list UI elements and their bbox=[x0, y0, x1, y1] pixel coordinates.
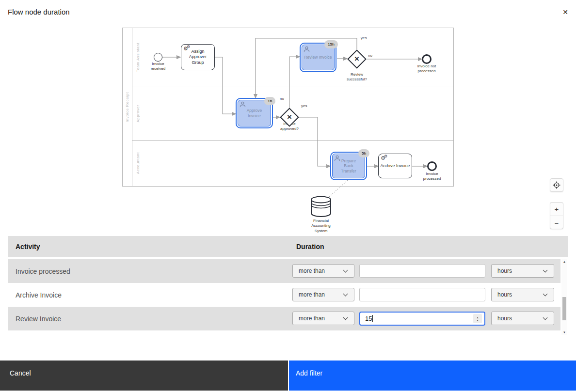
diagram-zoom-controls: + − bbox=[550, 202, 563, 229]
edge-label-yes: yes bbox=[361, 36, 367, 40]
lane-label: Team Assistant bbox=[136, 43, 140, 72]
task-label: Prepare Bank Transfer bbox=[338, 158, 359, 174]
zoom-in-button[interactable]: + bbox=[550, 203, 563, 216]
chevron-down-icon bbox=[543, 315, 548, 320]
task-label: Archive Invoice bbox=[380, 163, 410, 169]
lane-label: Accountant bbox=[136, 152, 140, 174]
table-row: Approve Invoice more than hours bbox=[8, 330, 560, 335]
duration-badge: 1h bbox=[264, 97, 275, 105]
unit-select[interactable]: hours bbox=[491, 312, 554, 325]
operator-select[interactable]: more than bbox=[292, 312, 354, 325]
lane-divider bbox=[132, 87, 453, 87]
operator-select[interactable]: more than bbox=[292, 264, 354, 278]
table-row: Invoice processed more than hours bbox=[8, 259, 560, 283]
table-scrollbar[interactable]: ▲ ▼ bbox=[561, 259, 567, 335]
lane-accountant: Accountant bbox=[132, 140, 143, 187]
edge-label-no: no bbox=[280, 96, 284, 101]
cancel-button[interactable]: Cancel bbox=[0, 361, 288, 391]
user-task-icon bbox=[334, 155, 340, 161]
zoom-out-button[interactable]: − bbox=[550, 216, 563, 230]
edge-label-no: no bbox=[368, 53, 372, 58]
scrollbar-down-icon[interactable]: ▼ bbox=[561, 330, 567, 335]
activity-cell: Review Invoice bbox=[16, 315, 61, 323]
activity-cell: Archive Invoice bbox=[16, 291, 62, 299]
activity-column-header: Activity bbox=[16, 243, 40, 251]
lane-label: Approver bbox=[136, 105, 140, 122]
chevron-down-icon bbox=[343, 292, 348, 297]
lane-approver: Approver bbox=[132, 87, 143, 140]
duration-value-input[interactable] bbox=[359, 264, 485, 278]
duration-value: 15 bbox=[365, 315, 372, 322]
unit-select[interactable]: hours bbox=[491, 288, 554, 301]
number-stepper[interactable]: ▴ ▾ bbox=[473, 314, 482, 323]
operator-select[interactable]: more than bbox=[292, 288, 354, 301]
end-event-label: Invoice processed bbox=[417, 172, 447, 182]
text-caret bbox=[372, 315, 373, 322]
scrollbar-thumb[interactable] bbox=[562, 297, 566, 320]
xor-gateway-icon: ✕ bbox=[353, 56, 360, 63]
duration-column-header: Duration bbox=[296, 243, 324, 251]
crosshair-icon bbox=[553, 181, 560, 189]
unit-select[interactable]: hours bbox=[491, 264, 554, 278]
activity-cell: Invoice processed bbox=[16, 267, 70, 275]
table-header: Activity Duration bbox=[8, 236, 568, 257]
task-label: Review Invoice bbox=[304, 55, 332, 60]
task-label: Approve Invoice bbox=[242, 108, 267, 118]
datastore-icon[interactable] bbox=[309, 195, 333, 219]
duration-badge: 5h bbox=[358, 149, 369, 157]
end-event-label: Invoice not processed bbox=[412, 64, 441, 74]
operator-value: more than bbox=[299, 291, 325, 298]
chevron-down-icon bbox=[343, 315, 348, 320]
duration-value-input-focused[interactable]: 15 ▴ ▾ bbox=[359, 312, 485, 326]
datastore-label: Financial Accounting System bbox=[306, 219, 336, 234]
chevron-down-icon bbox=[543, 268, 548, 273]
bpmn-diagram: Invoice Receipt Team Assistant Approver … bbox=[0, 0, 576, 242]
service-task-icon: ⚙ bbox=[384, 155, 387, 158]
pool-label-strip: Invoice Receipt bbox=[123, 28, 132, 186]
table-body: Invoice processed more than hours Archiv… bbox=[8, 259, 568, 335]
start-event-label: Invoice received bbox=[145, 62, 171, 72]
gateway-label: Review successful? bbox=[342, 72, 371, 82]
xor-gateway-icon: ✕ bbox=[286, 114, 293, 121]
unit-value: hours bbox=[497, 315, 512, 322]
unit-value: hours bbox=[497, 267, 512, 274]
diagram-reset-zoom-button[interactable] bbox=[550, 178, 563, 192]
service-task-icon: ⚙ bbox=[187, 45, 190, 49]
add-filter-button[interactable]: Add filter bbox=[289, 361, 576, 391]
task-archive-invoice[interactable]: ⚙ ⚙ Archive Invoice bbox=[378, 154, 412, 178]
table-row: Archive Invoice more than hours bbox=[8, 283, 560, 307]
stepper-down-icon: ▾ bbox=[477, 319, 478, 322]
user-task-icon bbox=[304, 46, 310, 52]
end-event-not-processed[interactable] bbox=[422, 54, 432, 64]
unit-value: hours bbox=[497, 291, 512, 298]
operator-value: more than bbox=[299, 315, 325, 322]
duration-badge: 15h bbox=[324, 40, 338, 48]
lane-team-assistant: Team Assistant bbox=[132, 28, 143, 87]
task-assign-approver-group[interactable]: ⚙ ⚙ Assign Approver Group bbox=[181, 44, 215, 70]
duration-value-input[interactable] bbox=[359, 288, 485, 301]
operator-value: more than bbox=[299, 267, 325, 274]
chevron-down-icon bbox=[543, 292, 548, 297]
end-event-processed[interactable] bbox=[427, 161, 437, 171]
lane-divider bbox=[132, 140, 453, 141]
pool-label: Invoice Receipt bbox=[125, 92, 129, 122]
edge-label-yes: yes bbox=[301, 104, 307, 108]
chevron-down-icon bbox=[343, 268, 348, 273]
task-label: Assign Approver Group bbox=[183, 49, 213, 65]
table-row: Review Invoice more than 15 ▴ ▾ hours bbox=[8, 307, 560, 330]
start-event[interactable] bbox=[154, 53, 162, 62]
user-task-icon bbox=[240, 101, 246, 108]
scrollbar-up-icon[interactable]: ▲ bbox=[561, 259, 567, 264]
